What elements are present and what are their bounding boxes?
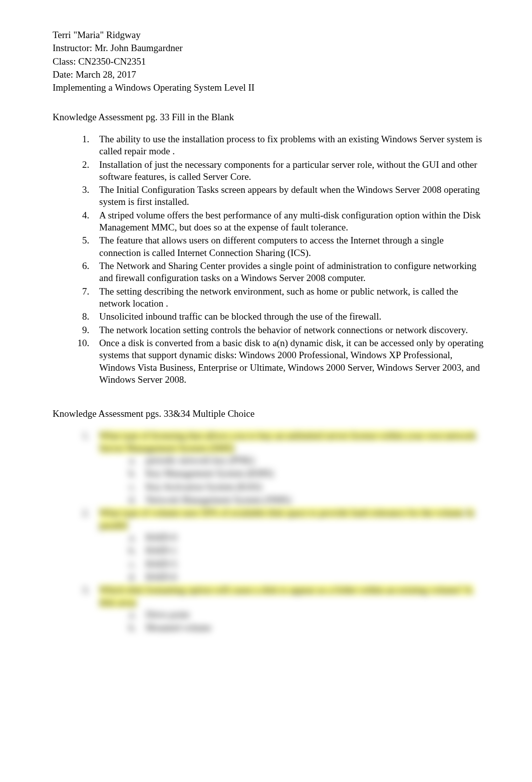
answer: In parallel xyxy=(99,507,474,530)
option-list: RAID-0 RAID-1 RAID-5 RAID-6 xyxy=(99,532,487,583)
option-list: Drive point Mounted volume xyxy=(99,609,487,634)
fill-blank-list: The ability to use the installation proc… xyxy=(53,133,487,386)
answer: Server Core xyxy=(203,171,248,182)
class-line: Class: CN2350-CN2351 xyxy=(53,56,487,68)
list-item: Key Activation System (KAS) xyxy=(138,481,487,493)
list-item: The network location setting controls th… xyxy=(92,324,487,336)
list-item: The setting describing the network envir… xyxy=(92,286,487,310)
list-item: Mounted volume xyxy=(138,622,487,634)
list-item: Which disk formatting option will cause … xyxy=(92,584,487,634)
list-item: The ability to use the installation proc… xyxy=(92,133,487,158)
date-line: Date: March 28, 2017 xyxy=(53,69,487,81)
list-item: Installation of just the necessary compo… xyxy=(92,159,487,183)
answer: Internet Connection Sharing (ICS) xyxy=(177,247,309,258)
answer: Initial Configuration Tasks xyxy=(116,184,218,195)
list-item: The feature that allows users on differe… xyxy=(92,234,487,259)
answer: firewall xyxy=(349,311,379,322)
list-item: The Network and Sharing Center provides … xyxy=(92,260,487,285)
section2-heading: Knowledge Assessment pgs. 33&34 Multiple… xyxy=(53,408,487,420)
course-title: Implementing a Windows Operating System … xyxy=(53,82,487,94)
answer: network connections or network discovery xyxy=(304,325,465,335)
author-name: Terri "Maria" Ridgway xyxy=(53,29,487,41)
blurred-content: What type of licensing that allows you t… xyxy=(53,430,487,634)
option-list: periodic network key (PNK) Key Managemen… xyxy=(99,454,487,506)
answer: Network and Sharing Center xyxy=(116,260,225,271)
section1-heading: Knowledge Assessment pg. 33 Fill in the … xyxy=(53,111,487,123)
answer: dynamic disk xyxy=(290,338,341,348)
list-item: Drive point xyxy=(138,609,487,621)
list-item: What type of licensing that allows you t… xyxy=(92,430,487,506)
answer: network location xyxy=(99,298,163,309)
list-item: Network Management System (NMS) xyxy=(138,494,487,506)
list-item: RAID-0 xyxy=(138,532,487,544)
list-item: Once a disk is converted from a basic di… xyxy=(92,337,487,386)
list-item: periodic network key (PNK) xyxy=(138,454,487,466)
list-item: What type of volume uses 50% of availabl… xyxy=(92,507,487,583)
document-page: Terri "Maria" Ridgway Instructor: Mr. Jo… xyxy=(0,0,532,782)
answer: Server Management System (SMS) xyxy=(99,443,234,453)
list-item: RAID-1 xyxy=(138,545,487,557)
answer: repair mode xyxy=(124,146,170,156)
list-item: RAID-5 xyxy=(138,558,487,570)
answer: striped volume xyxy=(108,210,164,220)
instructor-line: Instructor: Mr. John Baumgardner xyxy=(53,42,487,54)
list-item: Unsolicited inbound traffic can be block… xyxy=(92,311,487,323)
list-item: A striped volume offers the best perform… xyxy=(92,209,487,234)
document-header: Terri "Maria" Ridgway Instructor: Mr. Jo… xyxy=(53,29,487,94)
multiple-choice-list: What type of licensing that allows you t… xyxy=(53,430,487,634)
answer: disk array xyxy=(99,597,137,608)
list-item: The Initial Configuration Tasks screen a… xyxy=(92,184,487,208)
list-item: RAID-6 xyxy=(138,571,487,583)
list-item: Key Management System (KMS) xyxy=(138,467,487,479)
